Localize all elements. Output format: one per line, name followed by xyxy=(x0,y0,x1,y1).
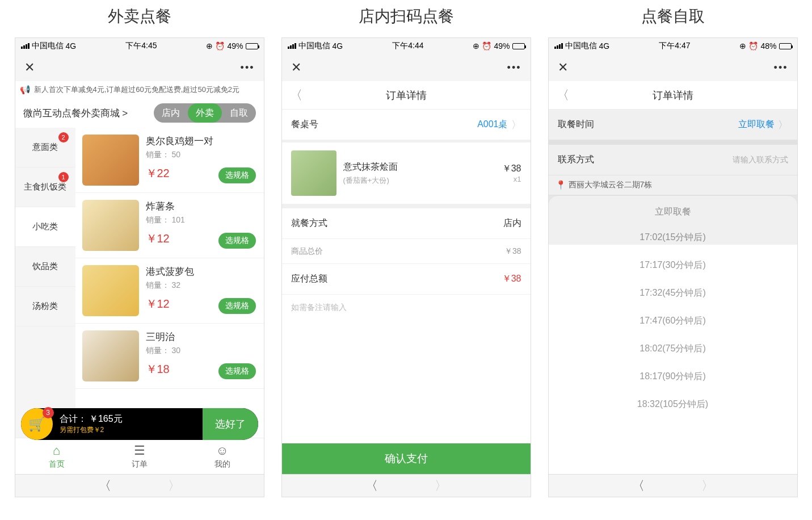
signal-icon xyxy=(21,43,30,49)
app-header: ✕ ••• xyxy=(15,54,264,81)
carrier-label: 中国电信 xyxy=(565,41,597,51)
food-sales: 销量： 30 xyxy=(146,346,257,356)
cart-icon: 🛒 xyxy=(28,416,45,432)
battery-pct: 49% xyxy=(227,41,243,51)
store-name-link[interactable]: 微尚互动点餐外卖商城 > xyxy=(23,107,128,120)
checkout-button[interactable]: 选好了 xyxy=(203,408,258,440)
order-item-qty: x1 xyxy=(502,175,521,183)
subtotal-value: ￥38 xyxy=(504,246,521,257)
total-value: ￥38 xyxy=(502,273,521,285)
category-item[interactable]: 汤粉类 xyxy=(15,287,75,326)
confirm-pay-button[interactable]: 确认支付 xyxy=(282,443,531,474)
close-button[interactable]: ✕ xyxy=(558,60,568,75)
back-button[interactable]: 〈 xyxy=(557,87,569,104)
category-label: 意面类 xyxy=(32,142,58,153)
cart-bar[interactable]: 🛒 3 合计： ￥165元 另需打包费￥2 选好了 xyxy=(21,408,258,440)
tab-label: 首页 xyxy=(49,459,65,469)
phone-self-pickup: 中国电信 4G 下午4:47 ⊕ ⏰ 48% ✕ ••• 〈 订单详情 取餐时间… xyxy=(548,37,798,497)
tab-label: 我的 xyxy=(214,459,230,469)
food-name: 炸薯条 xyxy=(146,200,257,213)
mode-pickup[interactable]: 自取 xyxy=(222,103,256,123)
category-label: 汤粉类 xyxy=(32,301,58,312)
food-item[interactable]: 奥尔良鸡翅一对 销量： 50 ￥22 选规格 xyxy=(75,128,264,193)
tab-orders[interactable]: ☰ 订单 xyxy=(98,438,181,474)
app-header: ✕ ••• xyxy=(282,54,531,81)
network-label: 4G xyxy=(66,41,77,51)
picker-option[interactable]: 17:02(15分钟后) xyxy=(549,224,797,251)
address-row: 📍 西丽大学城云谷二期7栋 xyxy=(549,175,797,195)
category-item[interactable]: 小吃类 xyxy=(15,207,75,247)
mode-instore[interactable]: 店内 xyxy=(154,103,188,123)
food-list[interactable]: 奥尔良鸡翅一对 销量： 50 ￥22 选规格 炸薯条 销量： 101 ￥12 选… xyxy=(75,128,264,438)
close-button[interactable]: ✕ xyxy=(291,60,301,75)
time-picker-sheet[interactable]: 立即取餐 17:02(15分钟后) 17:17(30分钟后) 17:32(45分… xyxy=(549,195,797,474)
signal-icon xyxy=(554,43,563,49)
lock-icon: ⊕ xyxy=(473,41,479,51)
clock-label: 下午4:45 xyxy=(125,41,157,51)
promo-text: 新人首次下单减免4元,订单超过60元免配送费,超过50元减免2元 xyxy=(34,85,240,95)
signal-icon xyxy=(288,43,296,49)
food-item[interactable]: 三明治 销量： 30 ￥18 选规格 xyxy=(75,324,264,389)
battery-pct: 48% xyxy=(760,41,776,51)
nav-forward-button[interactable]: 〉 xyxy=(701,477,714,494)
spec-button[interactable]: 选规格 xyxy=(218,298,256,314)
nav-back-button[interactable]: 〈 xyxy=(99,477,111,494)
more-button[interactable]: ••• xyxy=(774,62,788,74)
table-number-row[interactable]: 餐桌号 A001桌〉 xyxy=(282,110,531,140)
spec-button[interactable]: 选规格 xyxy=(218,233,256,249)
food-item[interactable]: 港式菠萝包 销量： 32 ￥12 选规格 xyxy=(75,258,264,324)
category-label: 小吃类 xyxy=(32,221,58,232)
cart-icon-wrap[interactable]: 🛒 3 xyxy=(21,408,53,440)
cart-fee-label: 另需打包费￥2 xyxy=(60,425,203,435)
food-sales: 销量： 50 xyxy=(146,150,257,160)
spec-button[interactable]: 选规格 xyxy=(218,363,256,379)
more-button[interactable]: ••• xyxy=(507,62,521,74)
announcement-icon: 📢 xyxy=(20,85,31,95)
alarm-icon: ⏰ xyxy=(482,41,491,51)
spec-button[interactable]: 选规格 xyxy=(218,167,256,183)
close-button[interactable]: ✕ xyxy=(24,60,35,75)
status-bar: 中国电信 4G 下午4:47 ⊕ ⏰ 48% xyxy=(549,38,797,54)
picker-option[interactable]: 17:32(45分钟后) xyxy=(549,279,797,307)
lock-icon: ⊕ xyxy=(206,41,213,51)
picker-option[interactable]: 17:47(60分钟后) xyxy=(549,307,797,335)
nav-forward-button[interactable]: 〉 xyxy=(168,477,180,494)
contact-label: 联系方式 xyxy=(558,154,594,166)
page-title: 订单详情 xyxy=(386,89,427,102)
ios-nav-bar: 〈 〉 xyxy=(15,474,264,497)
food-name: 港式菠萝包 xyxy=(146,265,257,278)
pickup-time-row[interactable]: 取餐时间 立即取餐〉 xyxy=(549,110,797,140)
category-sidebar[interactable]: 意面类2 主食扒饭类1 小吃类 饮品类 汤粉类 xyxy=(15,128,75,438)
battery-icon xyxy=(779,43,792,49)
tab-profile[interactable]: ☺ 我的 xyxy=(181,438,264,474)
food-name: 三明治 xyxy=(146,330,257,343)
more-button[interactable]: ••• xyxy=(241,62,255,74)
picker-option[interactable]: 18:32(105分钟后) xyxy=(549,391,797,418)
back-button[interactable]: 〈 xyxy=(290,87,302,104)
order-item-spec: (番茄酱+大份) xyxy=(343,175,502,186)
order-item-image xyxy=(291,150,336,196)
contact-row[interactable]: 联系方式 请输入联系方式 xyxy=(549,145,797,175)
table-value: A001桌 xyxy=(477,119,507,131)
food-image xyxy=(82,265,139,316)
category-item[interactable]: 意面类2 xyxy=(15,128,75,167)
app-header: ✕ ••• xyxy=(549,54,797,81)
page-title: 订单详情 xyxy=(653,89,693,102)
column-title-3: 点餐自取 xyxy=(641,6,705,27)
mode-delivery[interactable]: 外卖 xyxy=(188,103,222,123)
cart-count-badge: 3 xyxy=(43,407,54,418)
food-item[interactable]: 炸薯条 销量： 101 ￥12 选规格 xyxy=(75,193,264,258)
nav-back-button[interactable]: 〈 xyxy=(365,477,378,494)
category-item[interactable]: 主食扒饭类1 xyxy=(15,167,75,207)
tab-home[interactable]: ⌂ 首页 xyxy=(15,438,98,474)
remark-input[interactable]: 如需备注请输入 xyxy=(282,295,531,321)
nav-back-button[interactable]: 〈 xyxy=(632,477,645,494)
mode-selector[interactable]: 店内 外卖 自取 xyxy=(154,103,256,123)
clock-label: 下午4:44 xyxy=(392,41,423,51)
picker-option[interactable]: 18:17(90分钟后) xyxy=(549,363,797,391)
alarm-icon: ⏰ xyxy=(748,41,758,51)
picker-option[interactable]: 18:02(75分钟后) xyxy=(549,335,797,363)
nav-forward-button[interactable]: 〉 xyxy=(435,477,447,494)
category-item[interactable]: 饮品类 xyxy=(15,247,75,287)
picker-option[interactable]: 17:17(30分钟后) xyxy=(549,251,797,279)
